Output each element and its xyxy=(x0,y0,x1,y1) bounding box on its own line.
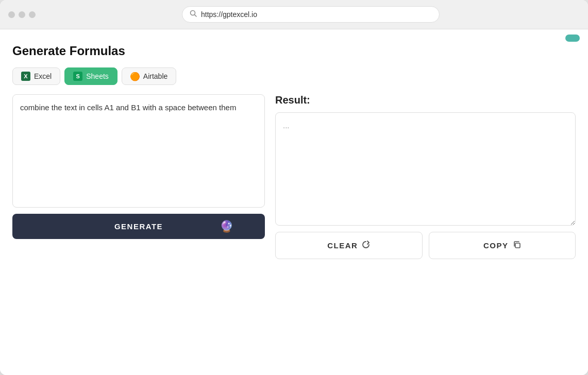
excel-icon: X xyxy=(21,72,30,81)
browser-window: https://gptexcel.io Generate Formulas X … xyxy=(0,0,588,375)
browser-titlebar: https://gptexcel.io xyxy=(0,0,588,29)
url-text: https://gptexcel.io xyxy=(201,10,257,19)
copy-icon xyxy=(513,241,521,250)
left-panel: GENERATE 🔮 xyxy=(12,94,265,239)
sheets-icon: S xyxy=(73,72,82,81)
dot-red xyxy=(8,11,15,18)
copy-button[interactable]: COPY xyxy=(429,232,576,259)
airtable-icon: 🟠 xyxy=(130,72,140,81)
right-panel: Result: CLEAR COPY xyxy=(275,94,576,259)
tab-sheets-label: Sheets xyxy=(86,72,109,80)
action-buttons: CLEAR COPY xyxy=(275,232,576,259)
tab-airtable[interactable]: 🟠 Airtable xyxy=(122,67,176,85)
dot-yellow xyxy=(19,11,25,18)
copy-label: COPY xyxy=(483,241,509,250)
tab-excel[interactable]: X Excel xyxy=(12,67,60,85)
formula-input[interactable] xyxy=(12,94,265,208)
clear-icon xyxy=(362,241,370,250)
tab-excel-label: Excel xyxy=(34,72,52,80)
generate-icon: 🔮 xyxy=(220,220,234,233)
tab-airtable-label: Airtable xyxy=(143,72,167,80)
search-icon xyxy=(190,10,197,19)
clear-button[interactable]: CLEAR xyxy=(275,232,423,259)
svg-line-1 xyxy=(195,15,197,17)
dot-green xyxy=(29,11,36,18)
clear-label: CLEAR xyxy=(327,241,358,250)
teal-indicator xyxy=(565,35,580,42)
page-title: Generate Formulas xyxy=(12,44,576,58)
result-label: Result: xyxy=(275,94,576,106)
address-bar[interactable]: https://gptexcel.io xyxy=(182,6,440,23)
svg-rect-2 xyxy=(515,243,520,248)
generate-button[interactable]: GENERATE 🔮 xyxy=(12,214,265,239)
generate-label: GENERATE xyxy=(114,222,163,231)
main-area: GENERATE 🔮 Result: CLEAR xyxy=(12,94,576,259)
result-output[interactable] xyxy=(275,112,576,226)
browser-dots xyxy=(8,11,36,18)
tabs-row: X Excel S Sheets 🟠 Airtable xyxy=(12,67,576,85)
page-content: Generate Formulas X Excel S Sheets 🟠 Air… xyxy=(0,29,588,375)
tab-sheets[interactable]: S Sheets xyxy=(64,67,117,85)
